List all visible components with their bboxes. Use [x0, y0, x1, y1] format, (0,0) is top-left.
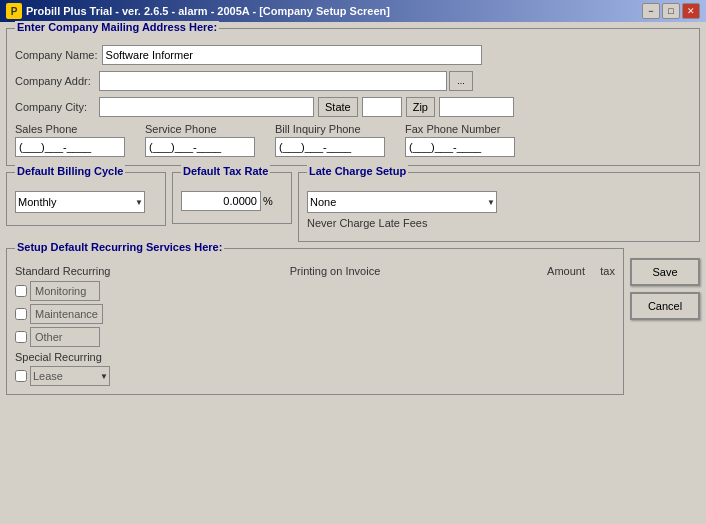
lease-row: Lease ▼ [15, 366, 615, 386]
company-addr-input[interactable] [99, 71, 447, 91]
maintenance-button[interactable]: Maintenance [30, 304, 103, 324]
bill-inquiry-phone-label: Bill Inquiry Phone [275, 123, 385, 135]
tax-rate-group: Default Tax Rate % [172, 172, 292, 224]
other-button[interactable]: Other [30, 327, 100, 347]
close-button[interactable]: ✕ [682, 3, 700, 19]
billing-cycle-group: Default Billing Cycle Monthly Weekly Bi-… [6, 172, 166, 226]
cancel-button[interactable]: Cancel [630, 292, 700, 320]
bill-inquiry-phone-input[interactable] [275, 137, 385, 157]
lease-checkbox[interactable] [15, 370, 27, 382]
save-button[interactable]: Save [630, 258, 700, 286]
company-city-label: Company City: [15, 101, 95, 113]
state-label: State [318, 97, 358, 117]
tax-rate-input[interactable] [181, 191, 261, 211]
late-charge-title: Late Charge Setup [307, 165, 408, 177]
printing-label: Printing on Invoice [165, 265, 505, 277]
late-charge-description: Never Charge Late Fees [307, 217, 691, 229]
other-row: Other [15, 327, 615, 347]
late-charge-select[interactable]: None Fixed Amount Percentage [307, 191, 497, 213]
special-recurring-label: Special Recurring [15, 351, 615, 363]
tax-rate-title: Default Tax Rate [181, 165, 270, 177]
company-addr-label: Company Addr: [15, 75, 95, 87]
recurring-services-title: Setup Default Recurring Services Here: [15, 241, 224, 253]
sales-phone-group: Sales Phone [15, 123, 125, 157]
amount-label: Amount [505, 265, 585, 277]
fax-phone-label: Fax Phone Number [405, 123, 515, 135]
title-bar: P Probill Plus Trial - ver. 2.6.5 - alar… [0, 0, 706, 22]
mailing-address-group: Enter Company Mailing Address Here: Comp… [6, 28, 700, 166]
restore-button[interactable]: □ [662, 3, 680, 19]
company-city-input[interactable] [99, 97, 314, 117]
mailing-address-title: Enter Company Mailing Address Here: [15, 21, 219, 33]
other-checkbox[interactable] [15, 331, 27, 343]
title-bar-title: Probill Plus Trial - ver. 2.6.5 - alarm … [26, 5, 390, 17]
service-phone-input[interactable] [145, 137, 255, 157]
service-phone-group: Service Phone [145, 123, 255, 157]
standard-recurring-label: Standard Recurring [15, 265, 165, 277]
recurring-services-group: Setup Default Recurring Services Here: S… [6, 248, 624, 395]
tax-pct-symbol: % [263, 195, 273, 207]
sales-phone-input[interactable] [15, 137, 125, 157]
minimize-button[interactable]: − [642, 3, 660, 19]
zip-input[interactable] [439, 97, 514, 117]
sales-phone-label: Sales Phone [15, 123, 125, 135]
action-buttons-panel: Save Cancel [630, 248, 700, 395]
billing-cycle-title: Default Billing Cycle [15, 165, 125, 177]
maintenance-row: Maintenance [15, 304, 615, 324]
app-icon: P [6, 3, 22, 19]
fax-phone-input[interactable] [405, 137, 515, 157]
bill-inquiry-phone-group: Bill Inquiry Phone [275, 123, 385, 157]
late-charge-group: Late Charge Setup None Fixed Amount Perc… [298, 172, 700, 242]
company-name-label: Company Name: [15, 49, 98, 61]
monitoring-button[interactable]: Monitoring [30, 281, 100, 301]
billing-cycle-select[interactable]: Monthly Weekly Bi-Weekly Quarterly Annua… [15, 191, 145, 213]
browse-button[interactable]: ... [449, 71, 473, 91]
company-name-input[interactable] [102, 45, 482, 65]
lease-select[interactable]: Lease [30, 366, 110, 386]
monitoring-row: Monitoring [15, 281, 615, 301]
service-phone-label: Service Phone [145, 123, 255, 135]
monitoring-checkbox[interactable] [15, 285, 27, 297]
fax-phone-group: Fax Phone Number [405, 123, 515, 157]
tax-label: tax [585, 265, 615, 277]
state-input[interactable] [362, 97, 402, 117]
zip-label: Zip [406, 97, 435, 117]
maintenance-checkbox[interactable] [15, 308, 27, 320]
